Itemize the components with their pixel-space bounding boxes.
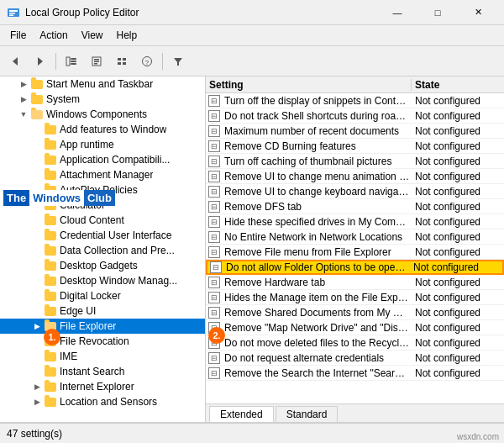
settings-list[interactable]: ⊟ Turn off the display of snippets in Co… <box>206 93 504 403</box>
tree-item-ime[interactable]: IME <box>0 349 205 364</box>
expand-icon[interactable]: ▶ <box>17 76 30 92</box>
setting-state: Not configured <box>412 307 504 319</box>
properties-button[interactable] <box>85 50 108 73</box>
tab-standard[interactable]: Standard <box>276 406 339 422</box>
tree-item-app-compat[interactable]: Application Compatibili... <box>0 152 205 167</box>
settings-row[interactable]: ⊟ Hides the Manage item on the File Expl… <box>206 290 504 305</box>
forward-button[interactable] <box>29 50 52 73</box>
settings-row[interactable]: ⊟ Remove "Map Network Drive" and "Discon… <box>206 320 504 335</box>
tree-item-file-explorer[interactable]: ▶ File Explorer <box>0 319 205 334</box>
tree-item-data-collection[interactable]: Data Collection and Pre... <box>0 243 205 258</box>
settings-row[interactable]: ⊟ Maximum number of recent documents Not… <box>206 124 504 139</box>
tree-item-windows-components[interactable]: ▼ Windows Components <box>0 107 205 122</box>
settings-row[interactable]: ⊟ Do not move deleted files to the Recyc… <box>206 335 504 351</box>
settings-row[interactable]: ⊟ Hide these specified drives in My Comp… <box>206 214 504 229</box>
view-button[interactable] <box>110 50 134 73</box>
tree-item-add-features[interactable]: Add features to Window <box>0 122 205 137</box>
setting-name: Remove "Map Network Drive" and "Discon..… <box>223 322 412 334</box>
setting-state: Not configured <box>412 125 504 137</box>
tree-item-edge-ui[interactable]: Edge UI <box>0 303 205 319</box>
maximize-button[interactable]: □ <box>418 0 457 25</box>
expand-icon <box>30 152 44 167</box>
tree-item-calculator[interactable]: Calculator <box>0 198 205 213</box>
status-text: 47 setting(s) <box>7 428 62 440</box>
settings-row[interactable]: ⊟ Remove UI to change keyboard navigatio… <box>206 184 504 199</box>
svg-rect-8 <box>71 61 76 62</box>
expand-icon <box>30 137 44 152</box>
tree-label: App runtime <box>60 139 114 150</box>
menu-help[interactable]: Help <box>110 28 144 43</box>
setting-state: Not configured <box>412 231 504 243</box>
setting-name: Remove Hardware tab <box>223 277 412 288</box>
setting-icon: ⊟ <box>206 322 223 334</box>
expand-icon[interactable]: ▶ <box>30 319 44 334</box>
setting-icon: ⊟ <box>206 201 223 213</box>
folder-icon <box>44 229 57 242</box>
tree-item-digital-locker[interactable]: Digital Locker <box>0 288 205 303</box>
tree-item-desktop-wm[interactable]: Desktop Window Manag... <box>0 273 205 288</box>
menu-action[interactable]: Action <box>33 28 74 43</box>
setting-state: Not configured <box>412 140 504 152</box>
tab-extended[interactable]: Extended <box>209 406 274 422</box>
expand-icon[interactable]: ▶ <box>17 92 30 107</box>
folder-icon <box>44 153 57 166</box>
col-setting[interactable]: Setting <box>206 79 412 91</box>
tree-item-credential-ui[interactable]: Credential User Interface <box>0 228 205 243</box>
menu-file[interactable]: File <box>3 28 33 43</box>
expand-icon <box>30 258 44 273</box>
minimize-button[interactable]: — <box>378 0 417 25</box>
settings-row-highlighted[interactable]: ⊟ Do not allow Folder Options to be open… <box>206 260 504 275</box>
tree-item-location-sensors[interactable]: ▶ Location and Sensors <box>0 394 205 409</box>
settings-row[interactable]: ⊟ Remove UI to change menu animation set… <box>206 169 504 184</box>
folder-icon <box>44 214 57 227</box>
tree-item-internet-explorer[interactable]: ▶ Internet Explorer <box>0 379 205 394</box>
tree-item-cloud-content[interactable]: Cloud Content <box>0 213 205 228</box>
expand-icon[interactable]: ▼ <box>17 107 30 122</box>
setting-icon: ⊟ <box>206 216 223 228</box>
tree-item-start-menu[interactable]: ▶ Start Menu and Taskbar <box>0 76 205 92</box>
folder-icon <box>44 380 57 393</box>
tree-label: Start Menu and Taskbar <box>46 78 153 90</box>
back-button[interactable] <box>3 50 27 73</box>
svg-text:?: ? <box>145 59 150 66</box>
expand-icon[interactable]: ▶ <box>30 379 44 394</box>
settings-row[interactable]: ⊟ Turn off caching of thumbnail pictures… <box>206 154 504 169</box>
setting-name: Remove Shared Documents from My Com... <box>223 307 412 319</box>
setting-state: Not configured <box>412 216 504 228</box>
setting-state: Not configured <box>412 337 504 349</box>
tree-item-file-revocation[interactable]: File Revocation <box>0 334 205 349</box>
expand-icon[interactable]: ▶ <box>30 394 44 409</box>
toolbar-sep-2 <box>162 53 163 70</box>
settings-row[interactable]: ⊟ Turn off the display of snippets in Co… <box>206 93 504 108</box>
menu-view[interactable]: View <box>75 28 110 43</box>
settings-row[interactable]: ⊟ Remove File menu from File Explorer No… <box>206 245 504 260</box>
settings-row[interactable]: ⊟ Remove Shared Documents from My Com...… <box>206 305 504 320</box>
setting-state: Not configured <box>412 156 504 167</box>
settings-row[interactable]: ⊟ No Entire Network in Network Locations… <box>206 229 504 245</box>
close-button[interactable]: ✕ <box>459 0 497 25</box>
help-button[interactable]: ? <box>135 50 159 73</box>
settings-row[interactable]: ⊟ Remove Hardware tab Not configured <box>206 275 504 290</box>
setting-name: Do not request alternate credentials <box>223 352 412 364</box>
tree-panel[interactable]: ▶ Start Menu and Taskbar ▶ System ▼ Wind… <box>0 76 206 422</box>
folder-icon <box>44 138 57 151</box>
tab-bar: Extended Standard <box>206 403 504 422</box>
tree-item-attachment[interactable]: Attachment Manager <box>0 167 205 182</box>
tree-item-instant-search[interactable]: Instant Search <box>0 364 205 379</box>
show-tree-button[interactable] <box>60 50 83 73</box>
settings-row[interactable]: ⊟ Do not request alternate credentials N… <box>206 351 504 366</box>
filter-button[interactable] <box>166 50 190 73</box>
svg-rect-9 <box>71 63 76 65</box>
tree-item-desktop-gadgets[interactable]: Desktop Gadgets <box>0 258 205 273</box>
tree-item-autoplay[interactable]: AutoPlay Policies <box>0 182 205 198</box>
settings-row[interactable]: ⊟ Remove the Search the Internet "Search… <box>206 366 504 381</box>
settings-row[interactable]: ⊟ Remove DFS tab Not configured <box>206 199 504 214</box>
tree-item-app-runtime[interactable]: App runtime <box>0 137 205 152</box>
col-state[interactable]: State <box>412 79 504 91</box>
settings-row[interactable]: ⊟ Do not track Shell shortcuts during ro… <box>206 108 504 124</box>
tree-item-system[interactable]: ▶ System <box>0 92 205 107</box>
folder-icon <box>44 365 57 378</box>
settings-row[interactable]: ⊟ Remove CD Burning features Not configu… <box>206 139 504 154</box>
folder-icon <box>44 304 57 318</box>
folder-icon <box>30 77 44 91</box>
